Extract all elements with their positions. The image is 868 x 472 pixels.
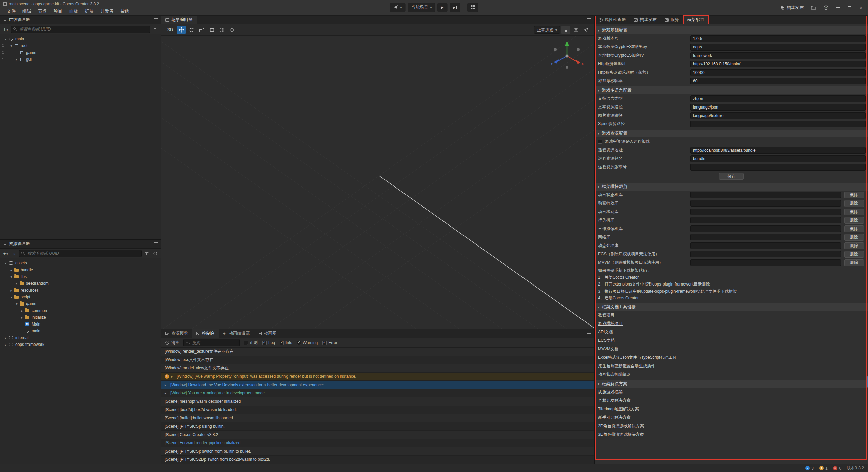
tree-node-row[interactable]: initialize <box>0 314 161 321</box>
doc-link[interactable]: 原生包热更新配置自动生成插件 <box>598 363 655 369</box>
console-log-row[interactable]: [Scene] [PHYSICS2D]: switch from box2d-w… <box>161 456 594 464</box>
tree-node-row[interactable]: internal <box>0 334 161 341</box>
collapse-logs-button[interactable] <box>341 339 348 346</box>
section-header-basic[interactable]: 游戏基础配置 <box>595 26 868 34</box>
doc-link[interactable]: 全栈开发解决方案 <box>598 398 631 404</box>
field-input[interactable] <box>690 69 866 76</box>
field-input[interactable] <box>690 61 866 67</box>
doc-link[interactable]: API文档 <box>598 329 613 335</box>
console-log-row[interactable]: [Scene] [box2d]:box2d wasm lib loaded. <box>161 406 594 414</box>
section-header-solutions[interactable]: 框架解决方案 <box>595 380 868 388</box>
section-header-i18n[interactable]: 游戏多语言配置 <box>595 86 868 94</box>
expand-arrow-icon[interactable] <box>3 37 8 41</box>
panel-menu-icon[interactable] <box>154 18 158 21</box>
expand-caret-icon[interactable] <box>165 383 168 387</box>
field-input[interactable] <box>690 44 866 51</box>
play-button[interactable] <box>437 3 447 12</box>
console-log-row[interactable]: [Scene] meshopt wasm decoder initialized <box>161 397 594 406</box>
panel-menu-icon[interactable] <box>587 332 591 335</box>
rotate-tool-button[interactable] <box>187 26 196 34</box>
delete-module-button[interactable]: 删除 <box>844 217 864 224</box>
expand-arrow-icon[interactable] <box>14 302 19 306</box>
field-input[interactable] <box>690 95 866 102</box>
save-button[interactable]: 保存 <box>719 173 744 180</box>
log-filter-checkbox[interactable]: Error <box>322 340 337 346</box>
expand-arrow-icon[interactable] <box>14 282 19 286</box>
scene-viewport[interactable]: Y X Z <box>161 36 594 329</box>
console-log-row[interactable]: [Scene] [bullet]:bullet wasm lib loaded. <box>161 414 594 422</box>
doc-link[interactable]: 战旗游戏框架 <box>598 389 623 395</box>
tree-node-row[interactable]: oops-framework <box>0 341 161 348</box>
create-asset-button[interactable]: + <box>3 250 9 257</box>
section-header-modules[interactable]: 框架模块裁剪 <box>595 183 868 191</box>
expand-arrow-icon[interactable] <box>9 275 14 279</box>
console-log-row[interactable]: [Window] You are running Vue in developm… <box>161 389 594 398</box>
delete-module-button[interactable]: 删除 <box>844 242 864 249</box>
menu-item[interactable]: 节点 <box>35 8 50 14</box>
console-log-row[interactable]: [Scene] Cocos Creator v3.8.2 <box>161 431 594 439</box>
expand-arrow-icon[interactable] <box>9 295 14 299</box>
doc-link[interactable]: Excel格式转Json文件与TypeScript代码工具 <box>598 355 676 360</box>
section-header-resources[interactable]: 游戏资源配置 <box>595 130 868 137</box>
field-input[interactable] <box>690 35 866 42</box>
tree-node-row[interactable]: game <box>0 49 161 56</box>
refresh-button[interactable] <box>152 250 158 257</box>
field-input[interactable] <box>690 155 866 162</box>
console-tab[interactable]: 控制台 <box>192 329 219 338</box>
delete-module-button[interactable]: 删除 <box>844 209 864 215</box>
expand-arrow-icon[interactable] <box>3 261 8 265</box>
hierarchy-search-input[interactable] <box>11 26 150 33</box>
delete-module-button[interactable]: 删除 <box>844 251 864 258</box>
scene-settings-button[interactable] <box>582 26 591 34</box>
tree-node-row[interactable]: Main <box>0 321 161 328</box>
expand-arrow-icon[interactable] <box>9 268 14 272</box>
doc-link[interactable]: 教程项目 <box>598 312 614 318</box>
preview-target-button[interactable] <box>390 3 405 12</box>
console-log-row[interactable]: [Scene] [PHYSICS]: switch from builtin t… <box>161 447 594 456</box>
expand-arrow-icon[interactable] <box>14 58 19 61</box>
filter-button[interactable] <box>144 250 150 257</box>
console-log-row[interactable]: [Scene] Forward render pipeline initiali… <box>161 439 594 448</box>
view-mode-dropdown[interactable]: 正常浏览 <box>534 26 560 34</box>
console-log-row[interactable]: [Window] ecs文件夹不存在 <box>161 356 594 365</box>
field-input[interactable] <box>690 52 866 59</box>
inspector-tab[interactable]: 属性检查器 <box>595 16 630 24</box>
inspector-tab[interactable]: 框架配置 <box>683 16 708 24</box>
inspector-tab[interactable]: 构建发布 <box>630 16 661 24</box>
expand-arrow-icon[interactable] <box>20 316 24 319</box>
error-count-badge[interactable]: × 0 <box>833 466 842 471</box>
doc-link[interactable]: Tiledmap地图解决方案 <box>598 406 639 412</box>
menu-item[interactable]: 开发者 <box>97 8 117 14</box>
expand-caret-icon[interactable] <box>171 375 175 378</box>
warning-count-badge[interactable]: ! 1 <box>819 466 828 471</box>
console-log-row[interactable]: [Window] [Vue warn]: Property "onInput" … <box>161 373 594 381</box>
remote-load-checkbox[interactable] <box>598 140 602 144</box>
sort-button[interactable]: ↑↓ <box>11 250 17 257</box>
maximize-button[interactable] <box>844 0 854 16</box>
log-filter-checkbox[interactable]: Info <box>280 340 292 346</box>
expand-arrow-icon[interactable] <box>9 289 14 292</box>
scale-tool-button[interactable] <box>197 26 206 34</box>
delete-module-button[interactable]: 删除 <box>844 192 864 198</box>
world-space-button[interactable] <box>218 26 226 34</box>
inspector-tab[interactable]: 服务 <box>661 16 683 24</box>
field-input[interactable] <box>690 112 866 119</box>
tree-node-row[interactable]: root <box>0 42 161 49</box>
expand-arrow-icon[interactable] <box>9 44 14 48</box>
tree-node-row[interactable]: gui <box>0 56 161 63</box>
open-project-folder-button[interactable] <box>808 3 819 13</box>
console-search-input[interactable] <box>183 339 240 346</box>
expand-arrow-icon[interactable] <box>3 336 8 340</box>
field-input[interactable] <box>690 164 866 171</box>
section-header-docs[interactable]: 框架文档工具链接 <box>595 303 868 311</box>
build-publish-button[interactable]: 构建发布 <box>777 3 807 13</box>
console-log-row[interactable]: [Window] render_texture文件夹不存在 <box>161 348 594 356</box>
console-tab[interactable]: 资源预览 <box>161 329 192 338</box>
console-tab[interactable]: 动画编辑器 <box>219 329 254 338</box>
assets-search-input[interactable] <box>19 250 142 257</box>
lighting-toggle-button[interactable] <box>561 26 570 34</box>
console-log-row[interactable]: [Window] model_view文件夹不存在 <box>161 364 594 373</box>
info-count-badge[interactable]: i 3 <box>805 466 814 471</box>
minimize-button[interactable] <box>833 0 843 16</box>
doc-link[interactable]: ECS文档 <box>598 338 615 343</box>
